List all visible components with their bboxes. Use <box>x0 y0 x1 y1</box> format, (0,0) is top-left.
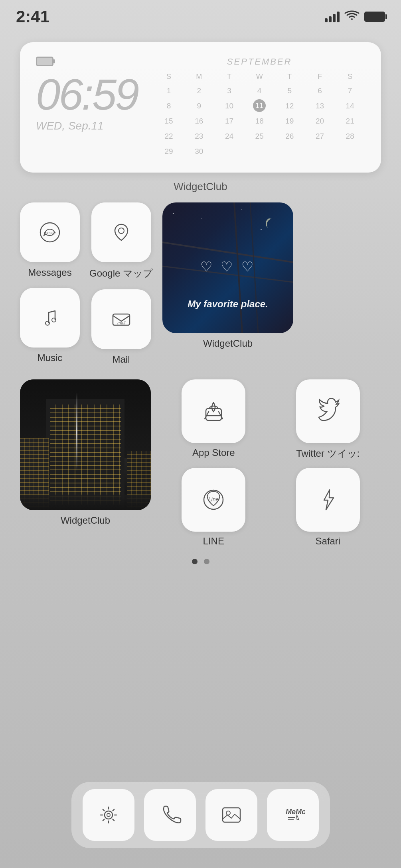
cal-header-f: F <box>305 71 335 82</box>
cal-day: 8 <box>154 99 184 113</box>
app-mail[interactable]: mail Mail <box>89 289 153 365</box>
cal-day: 23 <box>184 130 214 143</box>
cal-day: 20 <box>305 114 335 128</box>
city-photo-widget <box>20 379 151 510</box>
city-widget-label: WidgetClub <box>61 515 110 526</box>
cal-day: 17 <box>214 114 245 128</box>
calendar-widget: SEPTEMBER S M T W T F S 1 2 3 4 5 6 7 8 <box>154 57 365 158</box>
cal-day: 12 <box>275 99 305 113</box>
cal-header-t2: T <box>275 71 305 82</box>
svg-rect-11 <box>206 408 221 420</box>
right-app-grid: App Store Twitter ツイッ: Line <box>160 379 381 547</box>
app-mail-label: Mail <box>113 354 130 365</box>
widgetclub-label-1: WidgetClub <box>20 181 381 193</box>
status-time: 2:41 <box>16 7 49 26</box>
page-dot-2 <box>204 559 209 564</box>
app-maps-label: Google マップ <box>89 267 153 280</box>
cal-header-s2: S <box>335 71 365 82</box>
hearts-text: ♡ ♡ ♡ <box>200 259 256 275</box>
cal-day: 14 <box>335 99 365 113</box>
dock-photos[interactable] <box>205 789 257 841</box>
svg-text:messe: messe <box>44 231 56 235</box>
cal-day-today: 11 <box>253 99 266 112</box>
cal-day: 7 <box>335 84 365 98</box>
app-safari[interactable]: Safari <box>275 468 381 547</box>
dock-memo[interactable]: MeMo <box>267 789 319 841</box>
cal-day: 29 <box>154 145 184 158</box>
cal-day: 3 <box>214 84 245 98</box>
safari-icon-box <box>296 468 360 532</box>
widget-date: WED, Sep.11 <box>36 120 138 132</box>
clock-calendar-widget: 06:59 WED, Sep.11 SEPTEMBER S M T W T F … <box>20 42 381 173</box>
cal-header-w: W <box>244 71 275 82</box>
line-icon-box: Line <box>182 468 245 532</box>
cal-day: 22 <box>154 130 184 143</box>
cal-day: 18 <box>244 114 275 128</box>
dock-settings[interactable] <box>83 789 134 841</box>
app-appstore[interactable]: App Store <box>160 379 267 460</box>
signal-icon <box>325 12 340 22</box>
cal-day: 26 <box>275 130 305 143</box>
cal-header-t: T <box>214 71 245 82</box>
svg-text:MeMo: MeMo <box>286 808 305 816</box>
cal-day: 28 <box>335 130 365 143</box>
dock-phone[interactable] <box>144 789 196 841</box>
cal-day: 4 <box>244 84 275 98</box>
cal-day: 25 <box>244 130 275 143</box>
svg-point-17 <box>226 811 230 815</box>
cal-day: 2 <box>184 84 214 98</box>
cal-day: 21 <box>335 114 365 128</box>
music-icon-box <box>20 288 80 348</box>
calendar-grid: S M T W T F S 1 2 3 4 5 6 7 8 9 10 11 <box>154 71 365 158</box>
calendar-month: SEPTEMBER <box>154 57 365 67</box>
battery-icon <box>364 12 385 22</box>
cal-day: 5 <box>275 84 305 98</box>
maps-icon-box <box>91 202 151 262</box>
night-widget-label: WidgetClub <box>203 338 253 349</box>
status-icons <box>325 10 385 23</box>
app-twitter-label: Twitter ツイッ: <box>296 447 360 460</box>
app-messages-label: Messages <box>28 267 71 278</box>
content-area: 06:59 WED, Sep.11 SEPTEMBER S M T W T F … <box>0 30 401 564</box>
cal-day: 6 <box>305 84 335 98</box>
svg-point-15 <box>107 813 110 817</box>
app-appstore-label: App Store <box>192 447 235 458</box>
dock: MeMo <box>71 782 330 848</box>
app-music[interactable]: Music <box>20 288 80 363</box>
svg-text:mail: mail <box>117 320 125 325</box>
cal-header-m: M <box>184 71 214 82</box>
page-dot-1 <box>192 559 198 564</box>
appstore-icon-box <box>182 379 245 443</box>
widget-battery-icon <box>36 57 53 66</box>
cal-header-s: S <box>154 71 184 82</box>
page-dots <box>20 559 381 564</box>
app-safari-label: Safari <box>315 536 340 547</box>
app-music-label: Music <box>38 352 63 363</box>
mail-icon-box: mail <box>91 289 151 349</box>
messages-icon-box: messe <box>20 202 80 262</box>
app-twitter[interactable]: Twitter ツイッ: <box>275 379 381 460</box>
app-line[interactable]: Line LINE <box>160 468 267 547</box>
cal-day: 16 <box>184 114 214 128</box>
svg-point-14 <box>105 811 113 819</box>
app-maps[interactable]: Google マップ <box>89 202 153 280</box>
app-messages[interactable]: messe Messages <box>20 202 80 278</box>
second-app-section: WidgetClub App Sto <box>20 379 381 547</box>
cal-day: 24 <box>214 130 245 143</box>
svg-rect-16 <box>223 808 240 822</box>
cal-day: 27 <box>305 130 335 143</box>
cal-day: 19 <box>275 114 305 128</box>
cal-day: 1 <box>154 84 184 98</box>
svg-point-4 <box>119 228 124 234</box>
widget-time: 06:59 <box>36 73 138 116</box>
cal-day: 30 <box>184 145 214 158</box>
clock-section: 06:59 WED, Sep.11 <box>36 57 138 132</box>
cal-day: 15 <box>154 114 184 128</box>
app-line-label: LINE <box>203 536 224 547</box>
twitter-icon-box <box>296 379 360 443</box>
wifi-icon <box>344 10 360 23</box>
status-bar: 2:41 <box>0 0 401 30</box>
cal-day: 13 <box>305 99 335 113</box>
favorite-place-text: My favorite place. <box>188 298 268 310</box>
cal-day: 9 <box>184 99 214 113</box>
